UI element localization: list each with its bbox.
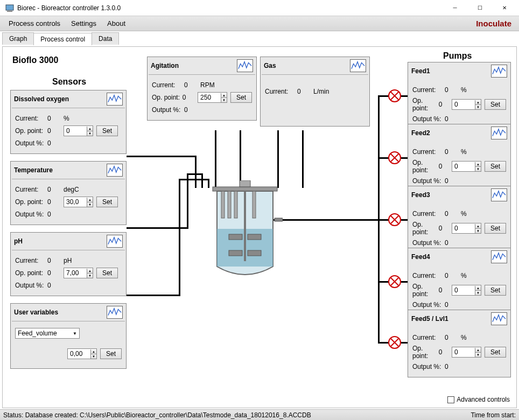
feed4-valve-icon: [388, 275, 402, 289]
spin-up-icon[interactable]: ▲: [87, 127, 93, 131]
feed3-panel: Feed3 Current:0% Op. point:0▲▼Set Output…: [408, 186, 511, 254]
spin-down-icon[interactable]: ▼: [87, 274, 93, 278]
chart-icon[interactable]: [491, 250, 507, 263]
tab-data[interactable]: Data: [92, 32, 119, 45]
feed3-set-button[interactable]: Set: [485, 223, 506, 234]
svg-rect-23: [229, 250, 242, 256]
spin-down-icon[interactable]: ▼: [221, 98, 227, 102]
statusbar: Status: Database created: C:\Users\Publi…: [0, 409, 519, 420]
chart-icon[interactable]: [491, 65, 507, 78]
feed4-op-spinner[interactable]: ▲▼: [452, 285, 481, 296]
feed4-title: Feed4: [411, 253, 430, 261]
chart-icon[interactable]: [107, 235, 123, 248]
chart-icon[interactable]: [491, 188, 507, 201]
spin-up-icon[interactable]: ▲: [221, 93, 227, 98]
svg-rect-25: [221, 191, 225, 218]
agitation-current: 0: [184, 81, 200, 89]
chart-icon[interactable]: [350, 59, 366, 72]
agitation-op-spinner[interactable]: ▲▼: [198, 92, 227, 103]
feed5-set-button[interactable]: Set: [485, 347, 506, 358]
minimize-button[interactable]: ─: [443, 0, 467, 16]
dissolved-oxygen-panel: Dissolved oxygen Current:0% Op. point:0 …: [10, 90, 127, 154]
ph-title: pH: [14, 237, 23, 245]
menu-settings[interactable]: Settings: [66, 17, 102, 30]
feed2-valve-icon: [388, 151, 402, 165]
chart-icon[interactable]: [237, 59, 253, 72]
feed2-set-button[interactable]: Set: [485, 161, 506, 172]
user-variable-select[interactable]: Feed_volume ▼: [15, 328, 80, 339]
ph-op-spinner[interactable]: ▲▼: [64, 268, 93, 278]
spin-down-icon[interactable]: ▼: [87, 131, 93, 136]
svg-rect-29: [275, 218, 283, 221]
chart-icon[interactable]: [491, 312, 507, 325]
feed3-op-spinner[interactable]: ▲▼: [452, 223, 481, 234]
temp-title: Temperature: [14, 166, 53, 174]
svg-rect-28: [253, 191, 256, 218]
pumps-heading: Pumps: [443, 51, 472, 61]
chart-icon[interactable]: [107, 306, 123, 319]
temp-current: 0: [47, 186, 64, 193]
feed1-set-button[interactable]: Set: [485, 99, 506, 110]
inoculate-button[interactable]: Inoculate: [476, 19, 516, 28]
user-set-button[interactable]: Set: [100, 348, 122, 359]
agitation-output: 0: [184, 106, 200, 114]
feed5-panel: Feed5 / Lvl1 Current:0% Op. point:0▲▼Set…: [408, 310, 511, 377]
spin-up-icon[interactable]: ▲: [87, 269, 93, 274]
close-button[interactable]: ✕: [492, 0, 517, 16]
agitation-panel: Agitation Current:0RPM Op. point:0 ▲▼ Se…: [147, 57, 257, 121]
feed4-set-button[interactable]: Set: [485, 285, 506, 296]
feed5-op-spinner[interactable]: ▲▼: [452, 347, 481, 358]
svg-rect-22: [248, 234, 261, 240]
ph-panel: pH Current:0pH Op. point:0 ▲▼ Set Output…: [10, 232, 127, 296]
feed2-op-spinner[interactable]: ▲▼: [452, 161, 481, 172]
spin-down-icon[interactable]: ▼: [87, 202, 93, 207]
temp-output: 0: [47, 211, 64, 218]
ph-op-readout: 0: [47, 269, 64, 277]
chart-icon[interactable]: [491, 127, 507, 139]
svg-rect-24: [248, 250, 261, 256]
tab-process-control[interactable]: Process control: [33, 33, 92, 45]
do-set-button[interactable]: Set: [96, 125, 118, 136]
gas-current: 0: [297, 88, 313, 95]
window-title: Biorec - Bioreactor controller 1.3.0.0: [17, 4, 443, 12]
feed1-op-spinner[interactable]: ▲▼: [452, 99, 481, 110]
user-op-spinner[interactable]: ▲▼: [67, 348, 97, 359]
gas-panel: Gas Current:0L/min: [260, 57, 370, 127]
device-heading: Bioflo 3000: [12, 55, 58, 65]
svg-rect-21: [229, 234, 242, 240]
spin-up-icon[interactable]: ▲: [87, 198, 93, 202]
ph-set-button[interactable]: Set: [96, 268, 118, 278]
chart-icon[interactable]: [107, 93, 123, 106]
svg-rect-26: [228, 191, 231, 218]
spin-up-icon[interactable]: ▲: [91, 349, 96, 354]
tab-graph[interactable]: Graph: [2, 32, 34, 45]
svg-rect-27: [234, 191, 237, 218]
temp-op-spinner[interactable]: ▲▼: [64, 197, 93, 207]
agitation-op-readout: 0: [183, 94, 198, 101]
feed1-panel: Feed1 Current:0% Op. point:0▲▼Set Output…: [408, 62, 511, 130]
tab-bar: Graph Process control Data: [2, 32, 519, 45]
menu-process-controls[interactable]: Process controls: [3, 17, 66, 30]
maximize-button[interactable]: ☐: [467, 0, 492, 16]
spin-down-icon[interactable]: ▼: [91, 354, 96, 359]
do-output: 0: [47, 139, 64, 147]
reactor-diagram: [207, 180, 283, 288]
gas-title: Gas: [264, 62, 276, 69]
menu-about[interactable]: About: [102, 17, 131, 30]
ph-output: 0: [47, 282, 64, 289]
feed2-title: Feed2: [411, 129, 430, 137]
sensors-heading: Sensors: [52, 77, 86, 87]
chart-icon[interactable]: [107, 164, 123, 177]
do-current: 0: [47, 115, 64, 122]
svg-rect-17: [213, 187, 277, 191]
feed4-panel: Feed4 Current:0% Op. point:0▲▼Set Output…: [408, 248, 511, 316]
app-icon: [5, 4, 14, 12]
svg-rect-0: [6, 5, 13, 10]
agitation-set-button[interactable]: Set: [230, 92, 252, 103]
advanced-controls-checkbox[interactable]: Advanced controls: [447, 396, 510, 403]
feed1-title: Feed1: [411, 67, 430, 75]
feed2-panel: Feed2 Current:0% Op. point:0▲▼Set Output…: [408, 124, 511, 192]
feed5-valve-icon: [388, 335, 402, 349]
temp-set-button[interactable]: Set: [96, 197, 118, 207]
do-op-spinner[interactable]: ▲▼: [64, 125, 93, 136]
